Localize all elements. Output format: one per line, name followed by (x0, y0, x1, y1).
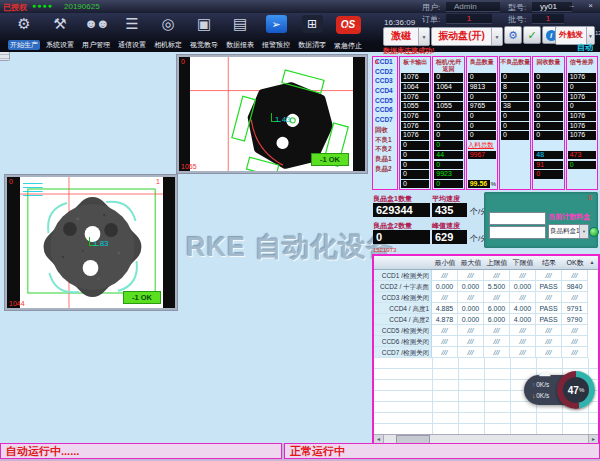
table-cell: 1064% (433, 82, 463, 92)
chevron-down-icon[interactable]: ▼ (418, 28, 429, 45)
toolbar-icon: ▣ (197, 14, 211, 33)
small-counter: 12 (595, 30, 600, 36)
chevron-down-icon[interactable]: ▼ (491, 28, 502, 45)
table-cell: 0% (533, 112, 563, 122)
table-cell: 0% (433, 112, 463, 122)
toolbar-button[interactable]: OS 紧急停止 (330, 14, 366, 52)
table-cell: 0% (567, 82, 597, 92)
table-cell: 8% (500, 82, 530, 92)
table-cell: 1064% (400, 82, 430, 92)
tray-input-1[interactable] (489, 212, 546, 225)
measurement-row-label: CCD1 /检测关闭 (374, 270, 432, 281)
net-speed-widget[interactable]: ☁ ↑0K/s ↓0K/s 47% (524, 375, 590, 405)
header-lower: 下限值 (510, 256, 536, 269)
row-label: 良品2 (373, 164, 397, 174)
table-cell: 1055% (433, 102, 463, 112)
table-cell: 9765% (467, 102, 497, 112)
camera2-right-mask (163, 177, 175, 308)
table-cell: 0% (400, 179, 430, 189)
toolbar-icon: ☻☻ (84, 14, 107, 33)
toolbar-button[interactable]: ⊞ 数据清零 (294, 14, 330, 52)
camera1-measure-value: 1.43 (275, 115, 291, 124)
table-cell: 0% (400, 150, 430, 160)
percent-sign: % (579, 387, 584, 393)
excite-dropdown-button[interactable]: 激磁 ▼ (383, 27, 430, 46)
tray-input-2[interactable] (489, 226, 546, 239)
measurement-row-label: CCD4 / 高度1 (374, 303, 432, 314)
measurement-row: CCD2 / 十字表面 0.000 0.000 5.500 0.000 PASS… (374, 281, 598, 292)
toolbar-button[interactable]: ➢ 报警预控 (258, 14, 294, 52)
toolbar-button[interactable]: ▣ 视觉教导 (186, 14, 222, 52)
vibration-plate-dropdown-button[interactable]: 振动盘(开) ▼ (431, 27, 503, 46)
peak-speed-value: 629 (432, 230, 467, 244)
column-camera-return: 相机/光纤 返回 0%1064%0%1055%0%0%0%0%44%0%9923… (432, 56, 464, 190)
table-cell: 1076% (400, 73, 430, 83)
table-cell: 1076% (567, 92, 597, 102)
usage-percent: 47 (568, 385, 579, 396)
chevron-down-icon[interactable]: ▼ (579, 225, 588, 238)
table-cell: 0% (433, 160, 463, 170)
tray-select[interactable]: 良品料盒1 ▼ (548, 224, 589, 239)
box1-count-value: 629344 (373, 203, 430, 217)
measurement-row: CCD3 /检测关闭 /// /// /// /// /// /// (374, 292, 598, 303)
table-cell: 0% (533, 170, 563, 180)
download-speed: 0K/s (536, 392, 549, 399)
table-cell: 44% (433, 150, 463, 160)
usage-donut-gauge[interactable]: 47% (557, 371, 595, 409)
camera1-count: 1055 (181, 163, 197, 170)
table-cell: 0% (533, 131, 563, 141)
table-cell: 0% (400, 160, 430, 170)
camera2-left-mask (7, 177, 20, 308)
header-ok-count: OK数 (562, 256, 588, 269)
check-icon: ✓ (527, 29, 536, 42)
measurement-row-label: CCD4 / 高度2 (374, 314, 432, 325)
table-cell: 0% (433, 73, 463, 83)
table-cell: 0% (467, 73, 497, 83)
table-cell: 0% (433, 131, 463, 141)
toolbar-button[interactable]: ◎ 相机标定 (150, 14, 186, 52)
table-cell: 0% (433, 179, 463, 189)
table-cell: % (567, 179, 597, 189)
confirm-mini-button[interactable]: ✓ (523, 26, 541, 44)
header-upper: 上限值 (484, 256, 510, 269)
toolbar-button-label: 数据清零 (296, 40, 328, 50)
camera2-result-badge: -1 OK (123, 291, 161, 304)
toolbar-button[interactable]: ⚒ 系统设置 (42, 14, 78, 52)
row-label: 回收 (373, 125, 397, 135)
table-cell: 1076% (567, 121, 597, 131)
measurement-table-header: 最小值 最大值 上限值 下限值 结果 OK数 ▲ (374, 256, 598, 270)
measurement-row-label: CCD5 /检测关闭 (374, 325, 432, 336)
toolbar-button[interactable]: ▤ 数据报表 (222, 14, 258, 52)
table-cell: 0% (467, 121, 497, 131)
table-cell: % (467, 170, 497, 180)
scroll-up-icon[interactable]: ▲ (588, 256, 596, 269)
toolbar-icon: ➢ (266, 15, 287, 33)
toolbar-button-label: 紧急停止 (332, 41, 364, 51)
row-label: CCD6 (373, 105, 397, 115)
close-button[interactable]: × (583, 0, 598, 11)
toolbar-button[interactable]: ☻☻ 用户管理 (78, 14, 114, 52)
row-label: 不良2 (373, 144, 397, 154)
ccd-stats-table: 0 CCD1CCD2CCD3CCD4CCD5CCD6CCD7回收不良1不良2良品… (372, 56, 598, 190)
settings-mini-button[interactable]: ⚙ (504, 26, 522, 44)
column-recycle-count: 回收数量 0%0%0%0%0%0%0%%48%91%0%% (532, 56, 564, 190)
camera2-station: 1 (156, 178, 160, 185)
toolbar-icon: ⚒ (53, 14, 66, 33)
upload-speed: 0K/s (536, 381, 549, 388)
toolbar-button[interactable]: ☰ 通信设置 (114, 14, 150, 52)
toolbar-icon: ▤ (233, 14, 247, 33)
box2-count-value: 0 (373, 230, 430, 244)
excite-label: 激磁 (384, 28, 418, 45)
current-tray-label: 当前计数料盒 (548, 212, 590, 222)
table-cell: 1076% (567, 73, 597, 83)
model-value: yy01 (532, 2, 572, 12)
batch-value: 1 (532, 14, 564, 24)
table-cell: 48% (533, 150, 563, 160)
table-cell: 0% (433, 92, 463, 102)
table-cell: % (500, 170, 530, 180)
toolbar-button[interactable]: ⚙ 开始生产 (6, 14, 42, 52)
order-label: 订单: (422, 14, 440, 25)
table-cell: 入料总数% (467, 141, 497, 151)
camera-view-2: 0 1 1044 1.83 -1 OK (5, 175, 177, 310)
camera1-left-mask (179, 57, 190, 171)
